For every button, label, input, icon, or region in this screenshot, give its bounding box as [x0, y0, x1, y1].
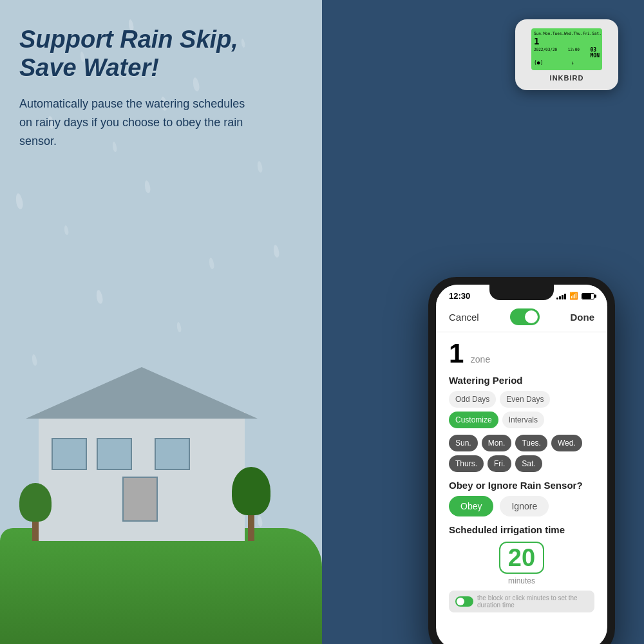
day-sat[interactable]: Sat.	[515, 455, 542, 472]
day-sun[interactable]: Sun.	[449, 435, 478, 451]
done-button[interactable]: Done	[570, 312, 594, 323]
rain-buttons: Obey Ignore	[449, 496, 594, 516]
phone-outer: 12:30 📶 Cancel	[428, 277, 615, 644]
period-buttons: Odd Days Even Days Customize Intervals	[449, 391, 594, 428]
hint-bar: the block or click minutes to set the du…	[449, 591, 594, 612]
zone-row: 1 zone	[449, 340, 594, 367]
zone-label: zone	[471, 354, 490, 365]
headline-line2: Save Water!	[19, 54, 159, 81]
day-thu[interactable]: Thurs.	[449, 455, 484, 472]
phone-notch	[489, 285, 554, 300]
signal-icon	[556, 293, 566, 299]
battery-icon	[582, 293, 594, 299]
day-tue[interactable]: Tues.	[515, 435, 547, 451]
period-even-days[interactable]: Even Days	[500, 391, 550, 408]
period-odd-days[interactable]: Odd Days	[449, 391, 496, 408]
irrigation-title: Scheduled irrigation time	[449, 524, 594, 535]
nav-bar: Cancel Done	[436, 305, 607, 332]
left-content: Support Rain Skip, Save Water! Automatic…	[0, 0, 309, 151]
subtext: Automatically pause the watering schedul…	[19, 95, 251, 150]
rain-obey-button[interactable]: Obey	[449, 496, 493, 516]
period-intervals[interactable]: Intervals	[502, 412, 544, 428]
device-container: Sun.Mon.Tues.Wed.Thu.Fri.Sat. 1 2022/03/…	[515, 19, 618, 90]
screen-zone: 1	[534, 36, 600, 46]
rain-ignore-button[interactable]: Ignore	[500, 496, 549, 516]
irrigation-value[interactable]: 20	[499, 542, 544, 574]
headline-line1: Support Rain Skip,	[19, 26, 238, 53]
day-wed[interactable]: Wed.	[551, 435, 582, 451]
screen-status: (●) ↓	[534, 60, 600, 66]
device-screen: Sun.Mon.Tues.Wed.Thu.Fri.Sat. 1 2022/03/…	[531, 28, 602, 70]
screen-datetime: 2022/03/2012:0003MON	[534, 47, 600, 59]
status-icons: 📶	[556, 292, 594, 300]
house-scene	[0, 335, 322, 644]
phone-container: 12:30 📶 Cancel	[412, 277, 631, 644]
day-buttons-row1: Sun. Mon. Tues. Wed.	[449, 435, 594, 451]
day-buttons-row2: Thurs. Fri. Sat.	[449, 455, 594, 472]
watering-period-title: Watering Period	[449, 375, 594, 386]
day-mon[interactable]: Mon.	[482, 435, 512, 451]
period-customize[interactable]: Customize	[449, 412, 498, 428]
zone-number: 1	[449, 338, 464, 368]
rain-sensor-title: Obey or Ignore Rain Sensor?	[449, 480, 594, 491]
cancel-button[interactable]: Cancel	[449, 312, 479, 323]
toggle-switch[interactable]	[510, 308, 540, 325]
hint-toggle[interactable]	[455, 596, 473, 607]
headline: Support Rain Skip, Save Water!	[19, 26, 290, 82]
device-outer: Sun.Mon.Tues.Wed.Thu.Fri.Sat. 1 2022/03/…	[515, 19, 618, 90]
phone-screen: 12:30 📶 Cancel	[436, 285, 607, 644]
hint-text: the block or click minutes to set the du…	[477, 594, 588, 609]
status-time: 12:30	[449, 291, 470, 301]
device-brand: INKBIRD	[550, 74, 584, 82]
irrigation-unit: minutes	[449, 576, 594, 585]
wifi-icon: 📶	[569, 292, 578, 300]
irrigation-value-container: 20 minutes	[449, 542, 594, 585]
screen-row-days: Sun.Mon.Tues.Wed.Thu.Fri.Sat.	[534, 31, 600, 35]
phone-content: 1 zone Watering Period Odd Days Even Day…	[436, 332, 607, 639]
day-fri[interactable]: Fri.	[488, 455, 511, 472]
